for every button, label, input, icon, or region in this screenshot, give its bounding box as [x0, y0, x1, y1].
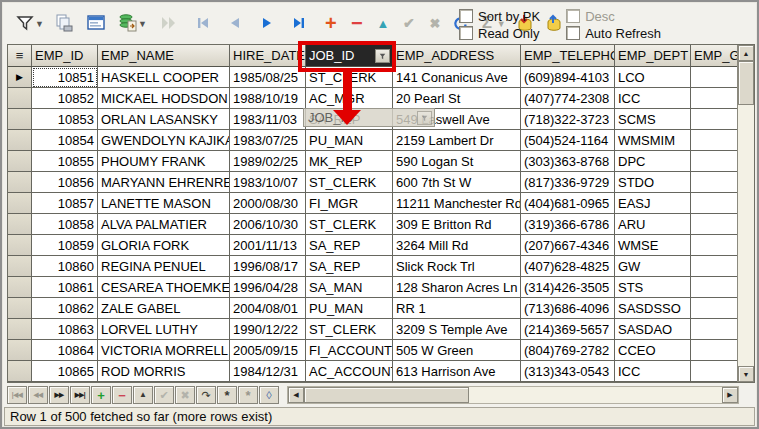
grid-cell[interactable]: REGINA PENUEL — [98, 256, 230, 277]
nav-next-button[interactable]: ▶▶ — [49, 386, 69, 404]
post-edit-button[interactable]: ✔ — [396, 10, 422, 36]
nav-bookmark-go-button[interactable]: * — [238, 386, 258, 404]
filter-dropdown-caret[interactable]: ▼ — [35, 19, 44, 29]
column-header-emp_id[interactable]: EMP_ID — [32, 45, 98, 67]
grid-options-corner[interactable]: ≡ — [8, 45, 32, 67]
read-only-checkbox[interactable]: Read Only — [459, 26, 540, 40]
row-selector[interactable]: ▶ — [8, 67, 32, 88]
grid-cell[interactable]: 600 7th St W — [393, 172, 521, 193]
grid-cell[interactable] — [691, 172, 737, 193]
grid-cell[interactable]: RR 1 — [393, 298, 521, 319]
grid-cell[interactable]: 505 W Green — [393, 340, 521, 361]
grid-cell[interactable]: SASDSSO — [615, 298, 691, 319]
checkbox-box[interactable] — [459, 26, 473, 40]
grid-cell[interactable]: (504)524-1164 — [521, 130, 615, 151]
grid-cell[interactable]: CESAREA THOEMKE — [98, 277, 230, 298]
grid-cell[interactable]: LCO — [615, 67, 691, 88]
row-selector[interactable] — [8, 172, 32, 193]
column-header-emp_name[interactable]: EMP_NAME — [98, 45, 230, 67]
grid-cell[interactable]: 10861 — [32, 277, 98, 298]
grid-cell[interactable]: 10857 — [32, 193, 98, 214]
row-selector[interactable] — [8, 151, 32, 172]
grid-cell[interactable]: 2006/10/30 — [230, 214, 306, 235]
scroll-right-button[interactable]: ▶ — [722, 387, 738, 403]
grid-cell[interactable]: 1990/12/22 — [230, 319, 306, 340]
grid-cell[interactable]: 1983/11/03 — [230, 109, 306, 130]
grid-cell[interactable]: 10858 — [32, 214, 98, 235]
grid-cell[interactable]: 128 Sharon Acres Ln — [393, 277, 521, 298]
grid-cell[interactable]: ARU — [615, 214, 691, 235]
first-record-button[interactable] — [190, 10, 216, 36]
grid-cell[interactable] — [691, 298, 737, 319]
grid-cell[interactable]: (207)667-4346 — [521, 235, 615, 256]
row-selector[interactable] — [8, 130, 32, 151]
grid-cell[interactable]: 10863 — [32, 319, 98, 340]
grid-cell[interactable]: WMSMIM — [615, 130, 691, 151]
grid-cell[interactable]: FI_MGR — [306, 193, 393, 214]
grid-cell[interactable] — [691, 256, 737, 277]
grid-cell[interactable]: (303)363-8768 — [521, 151, 615, 172]
nav-bookmark-set-button[interactable]: * — [217, 386, 237, 404]
grid-cell[interactable]: 10853 — [32, 109, 98, 130]
grid-cell[interactable]: 1985/08/25 — [230, 67, 306, 88]
scroll-left-button[interactable]: ◀ — [288, 387, 304, 403]
grid-cell[interactable]: SCMS — [615, 109, 691, 130]
grid-cell[interactable]: 2005/09/15 — [230, 340, 306, 361]
grid-cell[interactable] — [691, 130, 737, 151]
grid-cell[interactable]: PHOUMY FRANK — [98, 151, 230, 172]
grid-cell[interactable]: (718)322-3723 — [521, 109, 615, 130]
grid-cell[interactable]: PU_MAN — [306, 298, 393, 319]
grid-cell[interactable]: FI_ACCOUNT — [306, 340, 393, 361]
vertical-scroll-thumb[interactable] — [738, 61, 754, 105]
nav-filter-erase-button[interactable]: ◊ — [259, 386, 279, 404]
row-selector[interactable] — [8, 193, 32, 214]
grid-cell[interactable]: ALVA PALMATIER — [98, 214, 230, 235]
grid-cell[interactable]: (404)681-0965 — [521, 193, 615, 214]
column-header-emp_gr[interactable]: EMP_GR — [691, 45, 737, 67]
row-selector[interactable] — [8, 214, 32, 235]
grid-cell[interactable]: CCEO — [615, 340, 691, 361]
nav-insert-button[interactable]: + — [91, 386, 111, 404]
nav-edit-button[interactable]: ▲ — [133, 386, 153, 404]
horizontal-scroll-thumb[interactable] — [304, 387, 469, 403]
grid-cell[interactable]: 10854 — [32, 130, 98, 151]
grid-cell[interactable]: 20 Pearl St — [393, 88, 521, 109]
row-selector[interactable] — [8, 361, 32, 382]
auto-refresh-checkbox[interactable]: Auto Refresh — [566, 26, 661, 40]
apply-updates-button[interactable] — [156, 10, 182, 36]
nav-prior-button[interactable]: ◀◀ — [28, 386, 48, 404]
last-record-button[interactable] — [286, 10, 312, 36]
grid-cell[interactable]: 10859 — [32, 235, 98, 256]
column-header-emp_address[interactable]: EMP_ADDRESS — [393, 45, 521, 67]
grid-cell[interactable]: SASDAO — [615, 319, 691, 340]
grid-cell[interactable]: ZALE GABEL — [98, 298, 230, 319]
grid-cell[interactable]: 10862 — [32, 298, 98, 319]
next-record-button[interactable] — [254, 10, 280, 36]
grid-cell[interactable]: 1989/02/25 — [230, 151, 306, 172]
grid-cell[interactable]: SA_REP — [306, 235, 393, 256]
grid-cell[interactable]: ORLAN LASANSKY — [98, 109, 230, 130]
grid-cell[interactable]: (319)366-6786 — [521, 214, 615, 235]
nav-post-button[interactable]: ✔ — [154, 386, 174, 404]
grid-cell[interactable] — [691, 109, 737, 130]
grid-cell[interactable]: (609)894-4103 — [521, 67, 615, 88]
row-selector[interactable] — [8, 340, 32, 361]
grid-cell[interactable]: 590 Logan St — [393, 151, 521, 172]
row-selector[interactable] — [8, 88, 32, 109]
grid-cell[interactable]: (713)686-4096 — [521, 298, 615, 319]
grid-cell[interactable]: 2159 Lambert Dr — [393, 130, 521, 151]
grid-cell[interactable] — [691, 67, 737, 88]
grid-cell[interactable]: 613 Harrison Ave — [393, 361, 521, 382]
grid-cell[interactable]: 1983/10/07 — [230, 172, 306, 193]
grid-cell[interactable] — [691, 235, 737, 256]
grid-cell[interactable]: 10860 — [32, 256, 98, 277]
grid-cell[interactable]: 2000/08/30 — [230, 193, 306, 214]
delete-record-button[interactable]: − — [344, 10, 370, 36]
nav-refresh-button[interactable]: ↷ — [196, 386, 216, 404]
grid-cell[interactable]: MICKAEL HODSDON — [98, 88, 230, 109]
grid-cell[interactable] — [691, 151, 737, 172]
horizontal-scrollbar[interactable]: ◀ ▶ — [287, 386, 739, 404]
copy-print-button[interactable] — [51, 10, 77, 36]
grid-cell[interactable]: STS — [615, 277, 691, 298]
grid-cell[interactable]: 1988/10/19 — [230, 88, 306, 109]
